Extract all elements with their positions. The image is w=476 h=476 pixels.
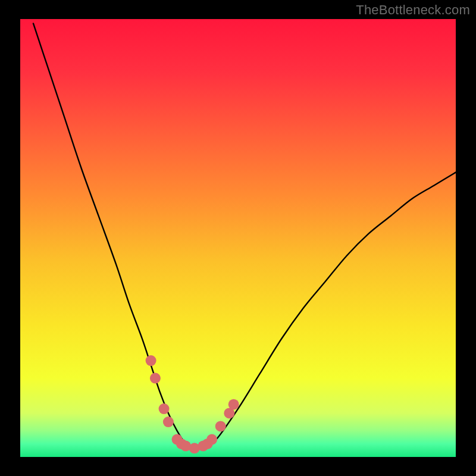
gradient-background [0, 0, 476, 476]
watermark-text: TheBottleneck.com [356, 2, 470, 18]
svg-rect-0 [20, 19, 456, 457]
chart-stage: TheBottleneck.com [0, 0, 476, 476]
